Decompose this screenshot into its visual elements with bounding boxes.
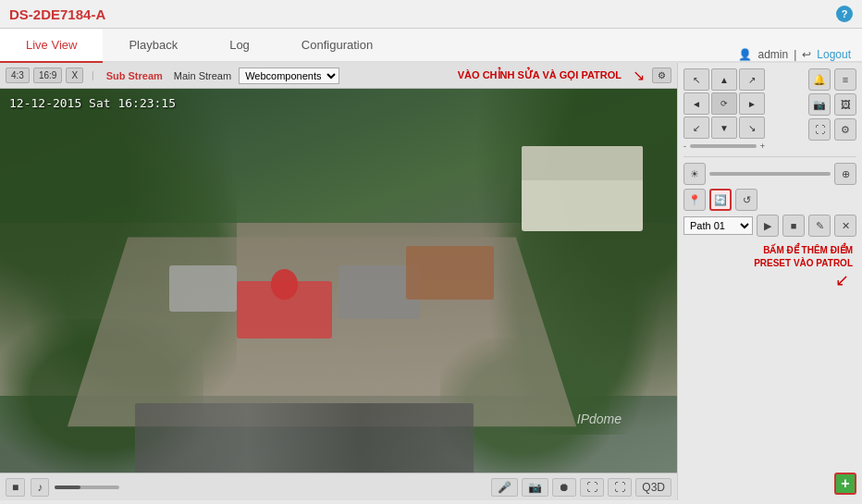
tab-live-view[interactable]: Live View: [0, 29, 103, 63]
zoom-plus[interactable]: +: [760, 141, 765, 151]
user-icon: 👤: [738, 48, 752, 61]
ratio-169-btn[interactable]: 16:9: [33, 68, 62, 83]
main-stream-label[interactable]: Main Stream: [170, 68, 235, 83]
image-icon-btn[interactable]: 🖼: [834, 93, 856, 116]
quality-btn[interactable]: Q3D: [635, 478, 671, 497]
icon-row-1: 🔔 ≡: [808, 68, 856, 91]
ptz-down-btn[interactable]: ▼: [711, 117, 737, 139]
nav-separator: |: [794, 48, 796, 61]
fullscreen-icon-btn[interactable]: ⛶: [808, 118, 831, 141]
add-preset-row: +: [683, 473, 856, 495]
device-title: DS-2DE7184-A: [9, 6, 105, 22]
webcomponents-select[interactable]: Webcomponents: [239, 68, 339, 84]
icon-row-2: 📷 🖼: [808, 93, 856, 116]
ptz-up-btn[interactable]: ▲: [711, 68, 737, 91]
video-timestamp: 12-12-2015 Sat 16:23:15: [9, 96, 176, 110]
patrol-annotation-text: BẤM ĐỂ THÊM ĐIỂMPRESET VÀO PATROL: [754, 245, 853, 268]
tab-configuration[interactable]: Configuration: [276, 29, 399, 63]
ptz-downleft-btn[interactable]: ↙: [683, 117, 709, 139]
volume-fill: [55, 486, 80, 489]
nav-right: 👤 admin | ↩ Logout: [727, 48, 862, 61]
vehicle-4: [169, 265, 237, 312]
menu-icon-btn[interactable]: ≡: [834, 68, 856, 91]
delete-path-btn[interactable]: ✕: [834, 215, 856, 237]
mic-btn[interactable]: 🎤: [491, 478, 518, 497]
fullscreen-btn[interactable]: ⛶: [608, 478, 632, 497]
toolbar-top: 4:3 16:9 X | Sub Stream Main Stream Webc…: [0, 63, 677, 89]
video-frame: 12-12-2015 Sat 16:23:15 IPdome: [0, 89, 677, 473]
title-bar: DS-2DE7184-A ?: [0, 0, 862, 29]
ptz-downright-btn[interactable]: ↘: [739, 117, 765, 139]
camera-icon-btn[interactable]: 📷: [808, 93, 831, 116]
path-select[interactable]: Path 01 Path 02 Path 03: [683, 216, 753, 235]
add-preset-btn[interactable]: +: [834, 473, 856, 495]
tab-playback[interactable]: Playback: [103, 29, 203, 63]
bell-icon-btn[interactable]: 🔔: [808, 68, 831, 91]
ptz-upright-btn[interactable]: ↗: [739, 68, 765, 91]
ratio-43-btn[interactable]: 4:3: [6, 68, 30, 83]
ptz-grid: ↖ ▲ ↗ ◄ ⟳ ► ↙ ▼ ↘: [683, 68, 765, 139]
ptz-right-btn[interactable]: ►: [739, 92, 765, 115]
sub-stream-label[interactable]: Sub Stream: [103, 68, 166, 83]
white-car: [522, 146, 644, 230]
stop-path-btn[interactable]: ■: [782, 215, 805, 237]
zoom-minus[interactable]: -: [683, 141, 686, 151]
ptz-upleft-btn[interactable]: ↖: [683, 68, 709, 91]
preset-icon-btn[interactable]: 📍: [683, 189, 706, 211]
right-icon-col: 🔔 ≡ 📷 🖼 ⛶ ⚙: [808, 68, 856, 151]
zoom-slider[interactable]: [690, 144, 757, 148]
record-btn[interactable]: ⏺: [552, 478, 576, 497]
patrol-icon-btn[interactable]: 🔄: [709, 189, 732, 211]
focus-icon-btn[interactable]: ⊕: [834, 163, 856, 185]
brightness-icon-btn[interactable]: ☀: [683, 163, 706, 185]
video-background: 12-12-2015 Sat 16:23:15 IPdome: [0, 89, 677, 473]
stop-btn[interactable]: ■: [6, 478, 25, 497]
ptz-section: ↖ ▲ ↗ ◄ ⟳ ► ↙ ▼ ↘ - +: [683, 68, 765, 151]
right-panel: ↖ ▲ ↗ ◄ ⟳ ► ↙ ▼ ↘ - +: [677, 63, 862, 500]
expand-btn[interactable]: ⛶: [580, 478, 604, 497]
help-icon[interactable]: ?: [836, 6, 853, 22]
toolbar-right-group: 🎤 📷 ⏺ ⛶ ⛶ Q3D: [491, 478, 671, 497]
settings-icon-btn[interactable]: ⚙: [834, 118, 856, 141]
patrol-annotation: BẤM ĐỂ THÊM ĐIỂMPRESET VÀO PATROL: [683, 244, 853, 270]
username-label: admin: [757, 48, 788, 61]
zoom-row: - +: [683, 141, 765, 151]
patrol-arrow: ↙: [683, 270, 849, 290]
ptz-center-btn[interactable]: ⟳: [711, 92, 737, 115]
video-panel: 4:3 16:9 X | Sub Stream Main Stream Webc…: [0, 63, 677, 500]
red-helmet: [271, 269, 298, 300]
toolbar-bottom: ■ ♪ 🎤 📷 ⏺ ⛶ ⛶ Q3D: [0, 473, 677, 500]
top-right-row: ↖ ▲ ↗ ◄ ⟳ ► ↙ ▼ ↘ - +: [683, 68, 856, 151]
brightness-slider[interactable]: [709, 172, 831, 176]
pattern-icon-btn[interactable]: ↺: [735, 189, 757, 211]
preset-patrol-row: 📍 🔄 ↺: [683, 189, 856, 211]
path-row: Path 01 Path 02 Path 03 ▶ ■ ✎ ✕: [683, 215, 856, 237]
icon-row-3: ⛶ ⚙: [808, 118, 856, 141]
ptz-left-btn[interactable]: ◄: [683, 92, 709, 115]
annotation-label: VÀO CHỈNH SỬA VÀ GỌI PATROL: [458, 69, 622, 81]
brightness-row: ☀ ⊕: [683, 163, 856, 185]
snapshot-btn[interactable]: 📷: [522, 478, 548, 497]
logout-link[interactable]: Logout: [817, 48, 851, 61]
nav-bar: Live View Playback Log Configuration 👤 a…: [0, 29, 862, 63]
edit-path-btn[interactable]: ✎: [808, 215, 831, 237]
video-watermark: IPdome: [577, 412, 622, 426]
logout-icon: ↩: [802, 48, 811, 61]
play-btn[interactable]: ▶: [757, 215, 779, 237]
parked-vehicles: [135, 403, 474, 473]
volume-slider[interactable]: [55, 486, 119, 489]
annotation-area: BẤM ĐỂ THÊM ĐIỂMPRESET VÀO PATROL ↙ +: [683, 240, 856, 495]
ptz-settings-btn[interactable]: ⚙: [652, 68, 671, 83]
tab-log[interactable]: Log: [203, 29, 276, 63]
main-area: 4:3 16:9 X | Sub Stream Main Stream Webc…: [0, 63, 862, 500]
volume-btn[interactable]: ♪: [31, 478, 49, 497]
vehicle-3: [406, 246, 494, 300]
divider-btn: |: [87, 68, 99, 82]
panel-divider-1: [683, 156, 856, 157]
ratio-full-btn[interactable]: X: [66, 68, 83, 83]
